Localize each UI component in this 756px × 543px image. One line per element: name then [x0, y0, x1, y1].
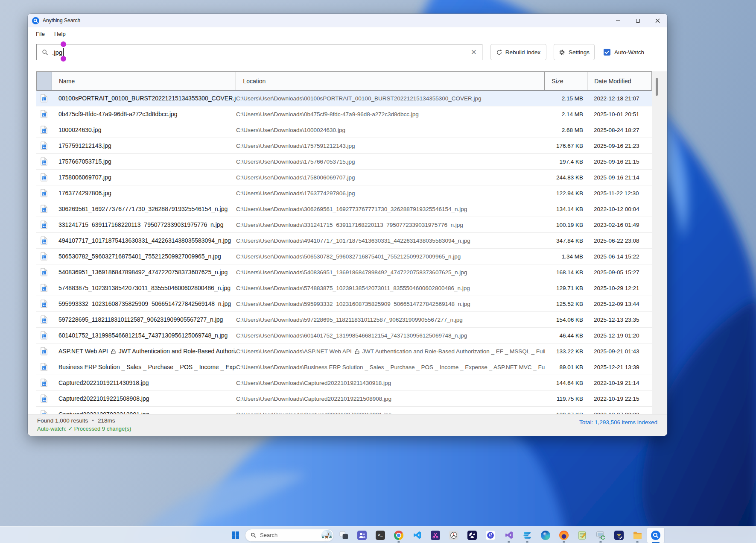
table-row[interactable]: 601401752_1319985466812154_7437130956125…: [36, 328, 652, 343]
minimize-button[interactable]: [608, 14, 628, 27]
file-name: 1000024630.jpg: [52, 126, 236, 133]
maximize-icon: [636, 19, 640, 23]
loop-icon: [486, 531, 495, 540]
file-date-modified: 2025-12-09 13:44: [588, 301, 652, 307]
table-row[interactable]: 494107717_10171875413630331_442263143803…: [36, 233, 652, 249]
scissors-icon: [431, 531, 440, 540]
table-row[interactable]: 540836951_1369186847898492_4747220758373…: [36, 264, 652, 280]
status-bar: Found 1,000 results•218ms Auto-watch: ✓ …: [28, 414, 667, 436]
menubar: File Help: [28, 27, 667, 40]
maximize-button[interactable]: [628, 14, 648, 27]
firefox-icon: [559, 531, 569, 540]
file-name: 597228695_1182118310112587_9062319099055…: [52, 316, 236, 323]
app-logo-icon: [32, 17, 39, 24]
edge-icon: [541, 531, 550, 540]
anything-search-window: Anything Search File Help .jpg ✕ Rebuild: [28, 14, 667, 436]
table-row[interactable]: 331241715_639117168220113_79507723390319…: [36, 217, 652, 233]
taskbar-edge-button[interactable]: [537, 528, 554, 543]
taskbar-vscode-button[interactable]: [409, 528, 426, 543]
taskbar-remote-desktop-button[interactable]: [592, 528, 609, 543]
taskbar-start-button[interactable]: [227, 528, 244, 543]
taskbar-file-explorer-button[interactable]: [629, 528, 646, 543]
table-row[interactable]: 1000024630.jpg C:\Users\User\Downloads\1…: [36, 122, 652, 138]
taskbar-search-box[interactable]: Search: [245, 528, 334, 543]
taskbar-visual-studio-button[interactable]: [500, 528, 517, 543]
shutter-icon: [467, 531, 477, 540]
table-row[interactable]: Business ERP Solution _ Sales _ Purchase…: [36, 359, 652, 375]
titlebar[interactable]: Anything Search: [28, 14, 667, 27]
image-file-icon: [36, 268, 52, 276]
file-date-modified: 2025-06-22 23:08: [588, 238, 652, 244]
taskbar-sharex-button[interactable]: [464, 528, 481, 543]
scrollbar-thumb[interactable]: [656, 78, 658, 96]
taskbar-task-view-button[interactable]: [335, 528, 352, 543]
table-row[interactable]: ASP.NET Web API JWT Authentication and R…: [36, 343, 652, 359]
column-header-size[interactable]: Size: [545, 72, 587, 90]
file-location: C:\Users\User\Downloads\506530782_596032…: [236, 253, 545, 260]
file-name: 506530782_596032716875401_75521250992700…: [52, 253, 236, 260]
rebuild-index-button[interactable]: Rebuild Index: [490, 44, 546, 60]
settings-button[interactable]: Settings: [554, 44, 595, 60]
taskbar-notepad-plus-plus-button[interactable]: [574, 528, 591, 543]
column-header-name[interactable]: Name: [52, 72, 236, 90]
touch-caret-handle-top[interactable]: [61, 41, 66, 47]
taskbar-chrome-button[interactable]: [390, 528, 407, 543]
touch-caret-handle-bottom[interactable]: [61, 56, 66, 62]
table-row[interactable]: 0b475cf9-8fdc-47a9-96d8-a272c3d8dbcc.jpg…: [36, 106, 652, 122]
auto-watch-checkbox[interactable]: [604, 49, 610, 56]
clear-search-button[interactable]: ✕: [471, 49, 477, 56]
image-file-icon: [36, 315, 52, 324]
table-row[interactable]: 506530782_596032716875401_75521250992700…: [36, 249, 652, 264]
table-row[interactable]: Captured20221019211430918.jpg C:\Users\U…: [36, 375, 652, 391]
table-row[interactable]: 1757591212143.jpg C:\Users\User\Download…: [36, 138, 652, 154]
column-header-icon[interactable]: [37, 72, 52, 90]
text-caret: [63, 48, 64, 56]
lock-icon: [355, 349, 359, 354]
taskbar-clock-app-button[interactable]: [445, 528, 462, 543]
taskbar-data-studio-button[interactable]: [519, 528, 536, 543]
image-file-icon: [36, 173, 52, 182]
gear-icon: [559, 49, 565, 56]
minimize-icon: [616, 21, 620, 21]
image-file-icon: [36, 363, 52, 371]
file-location: C:\Users\User\Downloads\494107717_101718…: [236, 238, 545, 244]
vertical-scrollbar[interactable]: [652, 71, 667, 414]
column-header-location[interactable]: Location: [236, 72, 545, 90]
file-location: C:\Users\User\Downloads\595993332_102316…: [236, 301, 545, 307]
table-row[interactable]: 597228695_1182118310112587_9062319099055…: [36, 312, 652, 328]
column-header-date-modified[interactable]: Date Modified: [587, 72, 651, 90]
taskbar-clipchamp-button[interactable]: [427, 528, 444, 543]
file-size: 144.64 KB: [545, 380, 588, 386]
taskbar-loop-app-button[interactable]: [482, 528, 499, 543]
menu-help[interactable]: Help: [50, 29, 70, 39]
table-row[interactable]: 00100sPORTRAIT_00100_BURST20221215134355…: [36, 91, 652, 106]
table-row[interactable]: 1763774297806.jpg C:\Users\User\Download…: [36, 185, 652, 201]
table-row[interactable]: Captured20221207022212901.jpg C:\Users\U…: [36, 407, 652, 414]
file-date-modified: 2025-11-22 12:30: [588, 190, 652, 197]
image-file-icon: [36, 410, 52, 414]
file-size: 100.19 KB: [545, 222, 588, 228]
file-location: C:\Users\User\Downloads\540836951_136918…: [236, 269, 545, 276]
close-button[interactable]: [648, 14, 667, 27]
menu-file[interactable]: File: [31, 29, 50, 39]
table-row[interactable]: 1757667053715.jpg C:\Users\User\Download…: [36, 154, 652, 170]
table-row[interactable]: 1758006069707.jpg C:\Users\User\Download…: [36, 170, 652, 185]
taskbar-firefox-button[interactable]: [555, 528, 572, 543]
wifi-pen-icon: [614, 531, 624, 540]
windows-logo-icon: [232, 531, 239, 539]
file-size: 2.15 MB: [545, 95, 588, 102]
search-input[interactable]: .jpg ✕: [36, 44, 482, 60]
lock-icon: [111, 349, 116, 354]
table-row[interactable]: 574883875_10239138542073011_835550460060…: [36, 280, 652, 296]
taskbar-anything-search-button[interactable]: [647, 528, 664, 543]
search-icon: [251, 532, 256, 538]
file-date-modified: 2025-12-19 01:20: [588, 332, 652, 339]
table-row[interactable]: 595993332_10231608735825909_506651472784…: [36, 296, 652, 312]
taskbar-terminal-button[interactable]: >_: [372, 528, 389, 543]
taskbar-teams-button[interactable]: [353, 528, 371, 543]
table-row[interactable]: Captured20221019221508908.jpg C:\Users\U…: [36, 391, 652, 407]
total-indexed: Total: 1,293,506 items indexed: [579, 419, 657, 426]
search-query-text: .jpg: [52, 49, 62, 56]
taskbar-vnc-button[interactable]: [610, 528, 628, 543]
table-row[interactable]: 306269561_1692773767771730_3262887919325…: [36, 201, 652, 217]
